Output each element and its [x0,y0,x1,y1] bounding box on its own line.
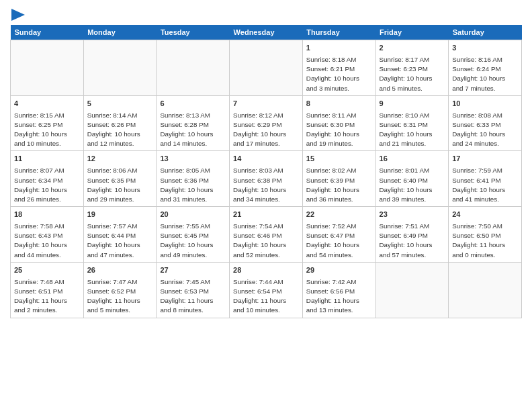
day-info: Sunrise: 8:07 AM Sunset: 6:34 PM Dayligh… [14,167,67,203]
weekday-header-wednesday: Wednesday [230,25,303,40]
calendar-cell: 6Sunrise: 8:13 AM Sunset: 6:28 PM Daylig… [157,95,230,151]
day-info: Sunrise: 7:48 AM Sunset: 6:51 PM Dayligh… [14,278,67,314]
calendar-cell: 22Sunrise: 7:52 AM Sunset: 6:47 PM Dayli… [302,207,375,263]
day-info: Sunrise: 7:57 AM Sunset: 6:44 PM Dayligh… [87,222,140,259]
calendar-cell [449,262,522,318]
calendar-cell: 16Sunrise: 8:01 AM Sunset: 6:40 PM Dayli… [375,151,449,207]
calendar-cell: 10Sunrise: 8:08 AM Sunset: 6:33 PM Dayli… [449,95,522,151]
day-number: 26 [87,265,153,275]
calendar-cell: 29Sunrise: 7:42 AM Sunset: 6:56 PM Dayli… [302,262,375,318]
day-info: Sunrise: 7:42 AM Sunset: 6:56 PM Dayligh… [306,278,359,314]
logo-name [10,10,25,21]
day-number: 29 [306,265,372,275]
day-number: 3 [452,43,518,53]
day-info: Sunrise: 7:58 AM Sunset: 6:43 PM Dayligh… [14,222,67,259]
calendar-week-row: 4Sunrise: 8:15 AM Sunset: 6:25 PM Daylig… [11,95,522,151]
day-info: Sunrise: 7:45 AM Sunset: 6:53 PM Dayligh… [160,278,213,314]
day-info: Sunrise: 7:47 AM Sunset: 6:52 PM Dayligh… [87,278,140,314]
day-info: Sunrise: 8:13 AM Sunset: 6:28 PM Dayligh… [160,111,213,148]
day-info: Sunrise: 7:44 AM Sunset: 6:54 PM Dayligh… [233,278,286,314]
weekday-header-row: SundayMondayTuesdayWednesdayThursdayFrid… [11,25,522,40]
calendar-cell: 27Sunrise: 7:45 AM Sunset: 6:53 PM Dayli… [157,262,230,318]
day-info: Sunrise: 7:52 AM Sunset: 6:47 PM Dayligh… [306,222,359,259]
calendar-cell: 3Sunrise: 8:16 AM Sunset: 6:24 PM Daylig… [449,40,522,96]
logo-arrow-icon [11,9,25,21]
day-number: 12 [87,154,153,164]
weekday-header-sunday: Sunday [11,25,84,40]
day-number: 1 [306,43,372,53]
day-number: 23 [380,210,445,220]
day-number: 2 [380,43,445,53]
day-info: Sunrise: 8:02 AM Sunset: 6:39 PM Dayligh… [306,167,359,203]
calendar-week-row: 1Sunrise: 8:18 AM Sunset: 6:21 PM Daylig… [11,40,522,96]
day-info: Sunrise: 7:59 AM Sunset: 6:41 PM Dayligh… [452,167,505,203]
calendar-cell [230,40,303,96]
day-info: Sunrise: 8:14 AM Sunset: 6:26 PM Dayligh… [87,111,140,148]
day-number: 25 [14,265,80,275]
day-info: Sunrise: 8:01 AM Sunset: 6:40 PM Dayligh… [380,167,433,203]
header [10,10,522,18]
calendar-cell [375,262,449,318]
day-info: Sunrise: 7:54 AM Sunset: 6:46 PM Dayligh… [233,222,286,259]
calendar-cell: 26Sunrise: 7:47 AM Sunset: 6:52 PM Dayli… [83,262,157,318]
day-info: Sunrise: 8:17 AM Sunset: 6:23 PM Dayligh… [380,56,433,92]
calendar-cell [11,40,84,96]
day-number: 22 [306,210,372,220]
day-info: Sunrise: 8:03 AM Sunset: 6:38 PM Dayligh… [233,167,286,203]
day-number: 16 [380,154,445,164]
calendar-cell: 28Sunrise: 7:44 AM Sunset: 6:54 PM Dayli… [230,262,303,318]
calendar-cell: 14Sunrise: 8:03 AM Sunset: 6:38 PM Dayli… [230,151,303,207]
day-info: Sunrise: 7:50 AM Sunset: 6:50 PM Dayligh… [452,222,505,259]
svg-marker-0 [11,9,25,21]
calendar-week-row: 11Sunrise: 8:07 AM Sunset: 6:34 PM Dayli… [11,151,522,207]
weekday-header-saturday: Saturday [449,25,522,40]
calendar-cell: 1Sunrise: 8:18 AM Sunset: 6:21 PM Daylig… [302,40,375,96]
calendar-cell: 17Sunrise: 7:59 AM Sunset: 6:41 PM Dayli… [449,151,522,207]
day-info: Sunrise: 8:15 AM Sunset: 6:25 PM Dayligh… [14,111,67,148]
day-info: Sunrise: 8:10 AM Sunset: 6:31 PM Dayligh… [380,111,433,148]
day-info: Sunrise: 8:12 AM Sunset: 6:29 PM Dayligh… [233,111,286,148]
day-number: 6 [160,99,226,109]
weekday-header-tuesday: Tuesday [157,25,230,40]
day-number: 11 [14,154,80,164]
weekday-header-thursday: Thursday [302,25,375,40]
calendar-cell: 20Sunrise: 7:55 AM Sunset: 6:45 PM Dayli… [157,207,230,263]
calendar-cell: 21Sunrise: 7:54 AM Sunset: 6:46 PM Dayli… [230,207,303,263]
day-number: 15 [306,154,372,164]
day-number: 9 [380,99,445,109]
day-number: 17 [452,154,518,164]
calendar-cell [157,40,230,96]
day-info: Sunrise: 8:18 AM Sunset: 6:21 PM Dayligh… [306,56,359,92]
day-number: 27 [160,265,226,275]
calendar-cell: 19Sunrise: 7:57 AM Sunset: 6:44 PM Dayli… [83,207,157,263]
day-number: 21 [233,210,299,220]
calendar-cell: 13Sunrise: 8:05 AM Sunset: 6:36 PM Dayli… [157,151,230,207]
day-number: 5 [87,99,153,109]
calendar-cell: 5Sunrise: 8:14 AM Sunset: 6:26 PM Daylig… [83,95,157,151]
calendar-cell: 24Sunrise: 7:50 AM Sunset: 6:50 PM Dayli… [449,207,522,263]
day-info: Sunrise: 7:55 AM Sunset: 6:45 PM Dayligh… [160,222,213,259]
day-info: Sunrise: 8:06 AM Sunset: 6:35 PM Dayligh… [87,167,140,203]
day-number: 18 [14,210,80,220]
calendar-cell: 9Sunrise: 8:10 AM Sunset: 6:31 PM Daylig… [375,95,449,151]
calendar-cell: 2Sunrise: 8:17 AM Sunset: 6:23 PM Daylig… [375,40,449,96]
calendar-cell: 18Sunrise: 7:58 AM Sunset: 6:43 PM Dayli… [11,207,84,263]
weekday-header-friday: Friday [375,25,449,40]
day-number: 10 [452,99,518,109]
calendar-cell [83,40,157,96]
day-info: Sunrise: 8:05 AM Sunset: 6:36 PM Dayligh… [160,167,213,203]
day-number: 14 [233,154,299,164]
calendar-cell: 7Sunrise: 8:12 AM Sunset: 6:29 PM Daylig… [230,95,303,151]
day-info: Sunrise: 8:08 AM Sunset: 6:33 PM Dayligh… [452,111,505,148]
day-number: 8 [306,99,372,109]
calendar-cell: 25Sunrise: 7:48 AM Sunset: 6:51 PM Dayli… [11,262,84,318]
calendar-cell: 8Sunrise: 8:11 AM Sunset: 6:30 PM Daylig… [302,95,375,151]
day-number: 4 [14,99,80,109]
day-number: 20 [160,210,226,220]
calendar-week-row: 18Sunrise: 7:58 AM Sunset: 6:43 PM Dayli… [11,207,522,263]
calendar-week-row: 25Sunrise: 7:48 AM Sunset: 6:51 PM Dayli… [11,262,522,318]
day-number: 24 [452,210,518,220]
day-number: 13 [160,154,226,164]
page-container: SundayMondayTuesdayWednesdayThursdayFrid… [0,0,532,325]
day-number: 7 [233,99,299,109]
